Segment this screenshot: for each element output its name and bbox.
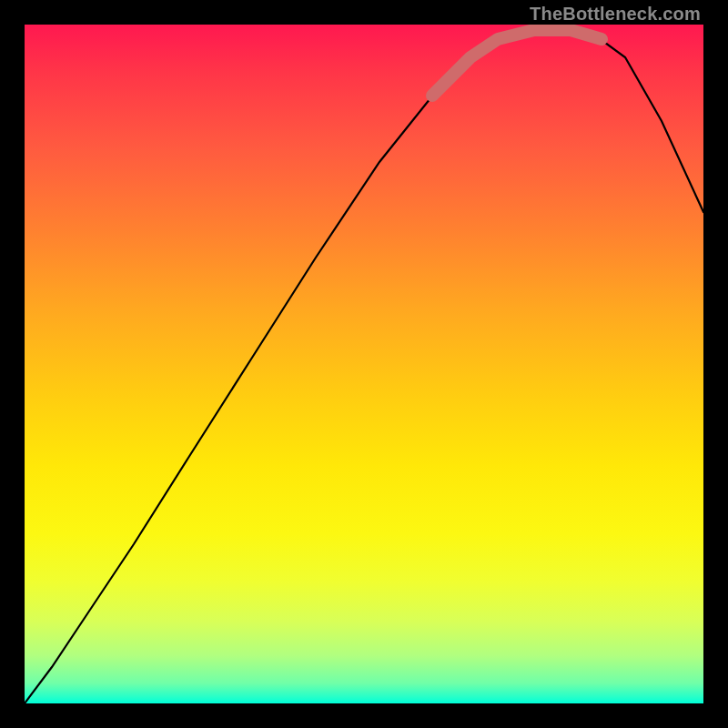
watermark-text: TheBottleneck.com — [530, 4, 701, 25]
chart-svg — [25, 25, 703, 703]
chart-area — [25, 25, 703, 703]
main-curve — [25, 30, 703, 703]
highlight-overlay — [432, 30, 602, 96]
